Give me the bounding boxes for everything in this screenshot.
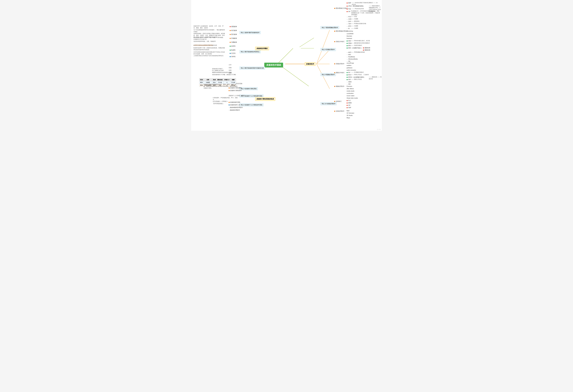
note-存储媒体-desc: 存储信息的媒体，如磁带、U盘、光盘、可移动磁盘、存储媒体文件存储介质 [194,36,225,40]
node-Premiere: Premiere [346,85,353,87]
node-coreDRAW: coreDRAW [346,33,354,35]
th-名称: 名称 [204,78,212,81]
note-感觉媒体-desc: 直接作用于人的感觉器官、如语音、文字、语音、声音、图像、图形、动画等 [194,25,225,29]
note-GIF: 8位图像文件，几乎所有软件都支持该格式，将多块图像组合成一个文档，形成动画效果，… [351,10,380,16]
note-AI: —— 矢量图 [351,27,358,29]
note-MP3: —— 有损压缩格式 [351,45,362,46]
note-传播媒体-desc: 包括各种线类和电波、光缆、电磁波等 [194,40,216,42]
note-CDR: —— 矢量图 [351,18,358,20]
svg-line-2 [283,67,309,86]
node-视频处理软件: 视频处理软件 [334,85,345,87]
node-多媒体创作工具: 多媒体创作工具 [228,104,241,106]
node-TIFF: — TIFF [346,23,352,25]
node-audio-converter: audio converter [346,69,357,71]
svg-line-8 [317,64,330,89]
note-DXF: —— 建筑路选 [351,20,359,22]
node-JPEG: JPEG（联合图像专家组） [346,5,365,7]
node-多媒体计算机系统: 多媒体计算机系统的组成 [255,97,275,101]
node-多样性: 多样性 [229,45,236,47]
th-组成: 组成 [212,78,216,81]
svg-line-7 [317,50,330,64]
node-freehand: freehand [346,37,353,39]
node-flash: flash [346,110,350,112]
node-交互性: 交互性 [229,52,236,54]
node-动画处理软件: 动画处理软件 [334,110,345,112]
node-DXF: — DXF [346,20,352,22]
note-表示媒体-desc: 为了传送感觉媒体而研究出来的媒体，一般以编码的形式描述 [194,29,225,33]
node-goldwave: goldwave [346,67,353,69]
node-实时性: 实时性 [229,55,236,58]
note-MOV: —— 苹果公司创立 工业标准 [351,74,369,76]
node-考点10: 考点 10 动画处理软件 [321,102,337,105]
note-PCX: —— 压缩 [351,16,357,17]
node-MP3: MP3 [346,45,352,47]
th-颜色信息: 颜色信息 [216,78,223,81]
node-audition: audition [346,64,352,67]
node-SWF: SWF [346,106,352,109]
node-illustrator: illustrator [346,35,353,37]
node-WMV: — WMV [346,81,352,83]
note-交互性-desc: 交互性是指在多媒体信息的传播过程中可实现人对信息的主动选择、使用、加工和控制 [194,51,225,55]
svg-line-3 [300,38,314,47]
td-图像: 图像 [199,84,204,87]
note-多样性-desc: 多样性信息综合处理和利用多种媒体信息 [194,44,217,46]
node-FLC: FLC [346,100,351,102]
node-PCX: — PCX [346,16,352,18]
th-存储大小: 存储大小 [223,78,230,81]
node-音频: 音频 [228,67,232,69]
node-WindowsMedia: — WindowsMedia [346,58,358,60]
note-视频帧: 视频和动画最基本的组成单位是帧 [212,71,232,73]
node-多媒体技术概述: 多媒体技术概述 [255,47,269,50]
note-实时性-desc: 人的感官系统允许的情况下进行的多媒体处理和交互 [194,55,224,57]
note-WAV: —— Windows默认格式，未压缩 [351,40,370,42]
watermark: 10 / 60 [377,129,381,130]
note-MPEG: —— 国际标准 —— 有损压缩 [369,76,382,80]
note-WMA: —— 微软提供的全音机音频格式 [351,42,370,44]
node-AIFF: — AIFF [346,51,352,53]
node-考点9: 考点 9 音频处理软件 [321,48,336,51]
node-3D-Studio: 3D Studio [346,114,353,117]
node-AAC: — AAC [346,53,352,56]
node-多媒体素材管理软件: ○ 多媒体素材管理软件 [228,106,243,109]
node-文本: 文本 [228,64,232,66]
node-考点6: 考点 6 多媒体个人计算机软件系统 [239,103,264,106]
svg-line-5 [317,30,330,64]
note-动画帧率: 动画切换每秒小于24帧，西欧频大于24帧 [212,74,236,76]
node-ASF: ASF [346,78,351,81]
node-多媒体计算机软件: 多媒体计算机软件 [228,89,242,92]
node-MIDI: MIDI（乐器数字接口） [346,47,363,49]
note-存储动画: 存储动画文件格式：FLC,MMM,GIF,SWF [212,68,224,71]
note-EPS: —— 矢量图 [351,25,358,27]
node-考点2: 考点 2 数字多媒体技术的特点 [239,50,261,53]
node-AVI: AVI [346,71,351,73]
node-多媒体技术: 多媒体技术 [305,62,316,66]
node-MPC: 多媒体个人计算机（MPC） [228,95,247,97]
node-RM: — RM [346,83,351,85]
node-EPS: — EPS [346,25,352,27]
node-传播媒体: 传播媒体 [229,41,238,43]
node-动画格式: 动画格式 [334,100,342,102]
node-MMM: MMM [346,102,352,104]
node-考点7: 考点 7 图形/图像处理软件 [321,26,339,29]
node-存储媒体: 存储媒体 [229,37,238,40]
node-PSD: PSD [346,8,352,10]
node-音频文件格式: 音频文件格式 [334,40,345,43]
note-TIFF: —— RGB的全彩模式存储 [351,23,366,25]
note-多媒体计算机-desc: 多媒体计算机系统能够指对文字、图像、图形、动画、音频、视频等多种媒体进行处理的计… [204,84,237,89]
node-soundForge: soundForge [346,62,355,64]
note-ASF: —— 微软公司创立 [351,78,362,80]
note-AIFF: —— 苹果电脑标准音频 [351,51,365,53]
node-combustion: combustion [346,92,354,94]
node-考点1: 考点 1 媒体与数字多媒体技术 [239,31,261,34]
node-GIF: GIF [346,10,351,13]
note-集成性-desc: 集成性包括两个方面：多媒体信息的集成，传播这些媒体信息的设备和软件的集成 [194,47,225,51]
node-软件系统的核心: 软件系统的核心 [213,102,224,105]
node-media-studio: media studio [346,90,355,92]
node-after-effects: after effects [346,87,355,90]
node-MIDI-国标: 国际标准 [362,47,371,49]
node-MIDI-国内: 国际标准 [362,49,371,51]
node-RealMedia: — RealMedia [346,56,356,58]
note-PSD: —— Photoshop专用 [352,8,364,10]
node-感觉媒体: 感觉媒体 [229,25,238,28]
th-区别: 区别 [199,78,204,81]
